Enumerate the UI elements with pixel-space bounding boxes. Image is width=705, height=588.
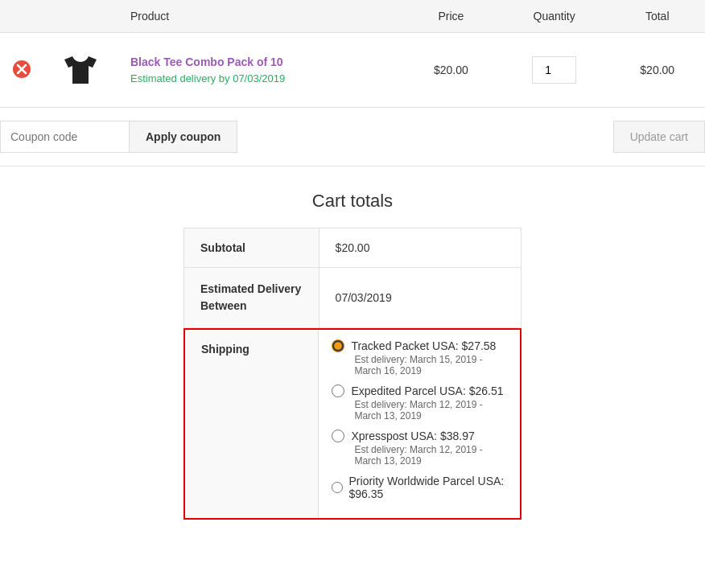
shipping-option: Tracked Packet USA: $27.58Est delivery: … [332, 339, 507, 376]
th-quantity: Quantity [499, 0, 610, 33]
subtotal-label: Subtotal [184, 228, 320, 268]
product-total: $20.00 [609, 33, 705, 108]
shipping-option-name: Expedited Parcel USA: $26.51 [351, 384, 503, 397]
shipping-radio-1[interactable] [332, 384, 344, 397]
update-cart-button[interactable]: Update cart [613, 121, 705, 153]
product-name: Black Tee Combo Pack of 10 [130, 56, 390, 68]
coupon-input[interactable] [0, 121, 129, 153]
apply-coupon-button[interactable]: Apply coupon [129, 121, 237, 153]
totals-wrapper: Subtotal $20.00 Estimated Delivery Betwe… [183, 228, 522, 520]
quantity-input[interactable] [532, 56, 576, 84]
estimated-delivery-value: 07/03/2019 [319, 268, 521, 328]
subtotal-row: Subtotal $20.00 [184, 228, 522, 268]
shipping-section: Shipping Tracked Packet USA: $27.58Est d… [183, 328, 522, 520]
coupon-row: Apply coupon Update cart [0, 108, 705, 167]
cart-table: Product Price Quantity Total [0, 0, 705, 108]
th-remove [0, 0, 43, 33]
totals-top-table: Subtotal $20.00 Estimated Delivery Betwe… [183, 228, 522, 328]
shipping-options: Tracked Packet USA: $27.58Est delivery: … [319, 330, 520, 518]
remove-item-button[interactable] [13, 60, 31, 80]
shipping-radio-3[interactable] [332, 481, 342, 494]
estimated-delivery-label: Estimated Delivery Between [184, 268, 320, 328]
estimated-delivery-row: Estimated Delivery Between 07/03/2019 [184, 268, 522, 328]
shipping-option: Priority Worldwide Parcel USA: $96.35 [332, 475, 507, 500]
remove-icon [13, 60, 31, 78]
th-image [43, 0, 118, 33]
shipping-option-delivery: Est delivery: March 15, 2019 - March 16,… [354, 354, 507, 376]
product-image [56, 46, 105, 94]
th-product: Product [118, 0, 403, 33]
subtotal-value: $20.00 [319, 228, 521, 268]
shipping-radio-0[interactable] [332, 339, 344, 352]
shipping-option-name: Priority Worldwide Parcel USA: $96.35 [349, 475, 507, 500]
cart-totals-title: Cart totals [312, 191, 393, 212]
shipping-option: Expedited Parcel USA: $26.51Est delivery… [332, 384, 507, 421]
table-row: Black Tee Combo Pack of 10 Estimated del… [0, 33, 705, 108]
shipping-option-delivery: Est delivery: March 12, 2019 - March 13,… [354, 399, 507, 421]
quantity-cell [499, 33, 610, 108]
shipping-label: Shipping [185, 330, 319, 518]
shipping-radio-2[interactable] [332, 430, 344, 442]
shipping-option-name: Xpresspost USA: $38.97 [351, 430, 474, 442]
th-total: Total [609, 0, 705, 33]
product-delivery: Estimated delivery by 07/03/2019 [130, 72, 285, 84]
shipping-option: Xpresspost USA: $38.97Est delivery: Marc… [332, 430, 507, 467]
cart-totals-section: Cart totals Subtotal $20.00 Estimated De… [0, 167, 705, 544]
coupon-section: Apply coupon [0, 121, 237, 153]
tshirt-icon [60, 50, 101, 90]
product-info: Black Tee Combo Pack of 10 Estimated del… [118, 33, 403, 108]
shipping-option-name: Tracked Packet USA: $27.58 [351, 339, 496, 352]
product-price: $20.00 [403, 33, 499, 108]
shipping-option-delivery: Est delivery: March 12, 2019 - March 13,… [354, 444, 507, 467]
th-price: Price [403, 0, 499, 33]
